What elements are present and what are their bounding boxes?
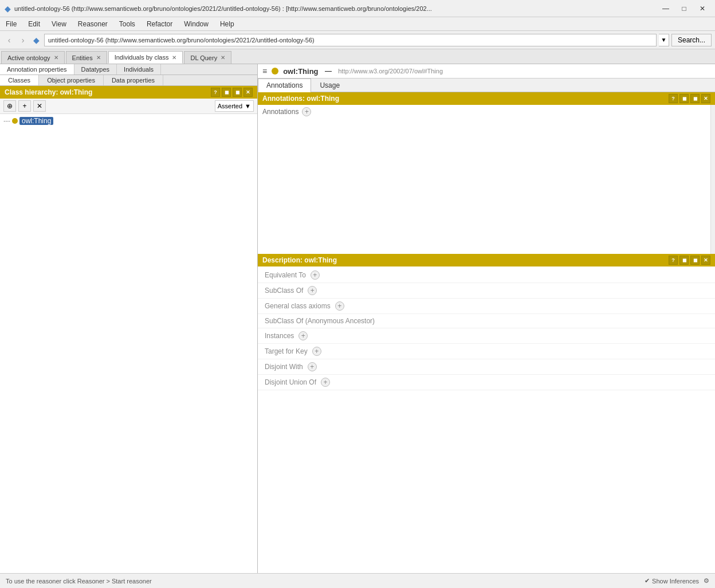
menu-edit[interactable]: Edit bbox=[22, 17, 46, 30]
annotations-body: Annotations + bbox=[258, 105, 715, 254]
tab-active-ontology[interactable]: Active ontology ✕ bbox=[1, 51, 65, 64]
scrollbar[interactable] bbox=[710, 105, 715, 254]
tab-entities[interactable]: Entities ✕ bbox=[66, 51, 107, 64]
desc-row-subclass-of: SubClass Of + bbox=[258, 283, 715, 299]
add-subclass-button[interactable]: ⊕ bbox=[3, 100, 16, 112]
delete-class-icon: ✕ bbox=[37, 102, 42, 110]
search-button[interactable]: Search... bbox=[671, 34, 712, 46]
description-section-header: Description: owl:Thing ? ◼ ◼ ✕ bbox=[258, 254, 715, 266]
add-sibling-button[interactable]: + bbox=[18, 100, 31, 112]
show-inferences: ✔ Show Inferences bbox=[645, 577, 699, 585]
tab-individuals-close[interactable]: ✕ bbox=[172, 54, 176, 61]
general-class-add-button[interactable]: + bbox=[335, 301, 344, 311]
menu-file[interactable]: File bbox=[0, 17, 22, 30]
hamburger-icon[interactable]: ≡ bbox=[262, 66, 267, 76]
anno-expand-btn[interactable]: ◼ bbox=[679, 94, 689, 103]
forward-button[interactable]: › bbox=[17, 34, 29, 46]
right-tabbar: Annotations Usage bbox=[258, 79, 715, 92]
disjoint-with-add-button[interactable]: + bbox=[308, 362, 317, 371]
desc-row-subclass-anon: SubClass Of (Anonymous Ancestor) bbox=[258, 314, 715, 328]
close-icon-btn[interactable]: ✕ bbox=[243, 88, 253, 97]
delete-class-button[interactable]: ✕ bbox=[33, 100, 46, 112]
disjoint-union-label: Disjoint Union Of bbox=[265, 378, 316, 386]
sub-tab-classes[interactable]: Classes bbox=[0, 75, 39, 85]
subclass-of-label: SubClass Of bbox=[265, 287, 303, 295]
annotations-add-button[interactable]: + bbox=[302, 107, 311, 116]
annotations-header-icons: ? ◼ ◼ ✕ bbox=[669, 94, 710, 103]
subclass-anon-label: SubClass Of (Anonymous Ancestor) bbox=[265, 317, 375, 325]
sub-tab-object-properties[interactable]: Object properties bbox=[39, 75, 104, 85]
desc-close-btn[interactable]: ✕ bbox=[701, 256, 710, 265]
menu-refactor[interactable]: Refactor bbox=[141, 17, 178, 30]
target-for-key-add-button[interactable]: + bbox=[312, 347, 321, 356]
desc-row-equivalent-to: Equivalent To + bbox=[258, 268, 715, 283]
desc-help-btn[interactable]: ? bbox=[669, 256, 678, 265]
desc-row-target-for-key: Target for Key + bbox=[258, 344, 715, 359]
tree-node-label[interactable]: owl:Thing bbox=[19, 117, 53, 125]
tab-dl-query-close[interactable]: ✕ bbox=[221, 54, 225, 61]
tree-root-node[interactable]: --- owl:Thing bbox=[2, 116, 255, 126]
window-controls: — □ ✕ bbox=[658, 3, 710, 14]
anno-collapse-btn[interactable]: ◼ bbox=[690, 94, 700, 103]
collapse-icon-btn[interactable]: ◼ bbox=[233, 88, 242, 97]
expand-icon-btn[interactable]: ◼ bbox=[222, 88, 231, 97]
maximize-button[interactable]: □ bbox=[676, 3, 692, 14]
equivalent-to-add-button[interactable]: + bbox=[311, 271, 320, 280]
instances-label: Instances bbox=[265, 332, 294, 340]
description-header-icons: ? ◼ ◼ ✕ bbox=[669, 256, 710, 265]
tab-individuals-by-class[interactable]: Individuals by class ✕ bbox=[108, 51, 183, 64]
menu-tools[interactable]: Tools bbox=[113, 17, 141, 30]
close-button[interactable]: ✕ bbox=[694, 3, 710, 14]
show-inferences-label: Show Inferences bbox=[652, 578, 699, 585]
desc-row-general-class: General class axioms + bbox=[258, 299, 715, 314]
tab-entities-label: Entities bbox=[72, 54, 93, 61]
subclass-of-add-button[interactable]: + bbox=[308, 286, 317, 295]
desc-row-disjoint-with: Disjoint With + bbox=[258, 359, 715, 375]
menu-reasoner[interactable]: Reasoner bbox=[72, 17, 113, 30]
minimize-button[interactable]: — bbox=[658, 3, 674, 14]
sub-tab-data-properties[interactable]: Data properties bbox=[104, 75, 163, 85]
right-content: Annotations: owl:Thing ? ◼ ◼ ✕ Annotatio… bbox=[258, 92, 715, 573]
desc-collapse-btn[interactable]: ◼ bbox=[690, 256, 700, 265]
menu-help[interactable]: Help bbox=[214, 17, 240, 30]
disjoint-union-add-button[interactable]: + bbox=[321, 378, 330, 387]
right-tab-annotations[interactable]: Annotations bbox=[258, 79, 311, 92]
tab-dl-query[interactable]: DL Query ✕ bbox=[184, 51, 231, 64]
add-subclass-icon: ⊕ bbox=[7, 102, 13, 110]
address-input[interactable] bbox=[44, 34, 657, 46]
desc-expand-btn[interactable]: ◼ bbox=[679, 256, 689, 265]
tab-active-ontology-label: Active ontology bbox=[7, 54, 50, 61]
tree-area[interactable]: --- owl:Thing bbox=[0, 114, 257, 573]
panel-tabbar: Annotation properties Datatypes Individu… bbox=[0, 64, 257, 75]
show-inferences-checkbox[interactable]: ✔ bbox=[645, 577, 650, 585]
window-title: untitled-ontology-56 (http://www.semanti… bbox=[14, 5, 658, 12]
entity-dot bbox=[272, 68, 278, 75]
panel-tab-annotation[interactable]: Annotation properties bbox=[0, 64, 74, 75]
sub-tabbar: Classes Object properties Data propertie… bbox=[0, 75, 257, 86]
settings-icon[interactable]: ⚙ bbox=[704, 577, 709, 585]
menu-view[interactable]: View bbox=[46, 17, 72, 30]
right-tab-usage[interactable]: Usage bbox=[311, 79, 348, 92]
statusbar: To use the reasoner click Reasoner > Sta… bbox=[0, 573, 715, 588]
panel-tab-individuals[interactable]: Individuals bbox=[117, 64, 161, 75]
instances-add-button[interactable]: + bbox=[298, 331, 308, 340]
tab-entities-close[interactable]: ✕ bbox=[96, 54, 101, 61]
addressbar: ‹ › ◆ ▼ Search... bbox=[0, 31, 715, 49]
asserted-dropdown[interactable]: Asserted ▼ bbox=[215, 100, 254, 112]
anno-help-btn[interactable]: ? bbox=[669, 94, 678, 103]
address-dropdown[interactable]: ▼ bbox=[659, 34, 669, 46]
tree-toolbar: ⊕ + ✕ Asserted ▼ bbox=[0, 99, 257, 114]
panel-tab-datatypes[interactable]: Datatypes bbox=[74, 64, 117, 75]
anno-close-btn[interactable]: ✕ bbox=[701, 94, 710, 103]
add-sibling-icon: + bbox=[22, 102, 26, 110]
help-icon-btn[interactable]: ? bbox=[211, 88, 220, 97]
description-body: Equivalent To + SubClass Of + General cl… bbox=[258, 266, 715, 573]
menu-window[interactable]: Window bbox=[178, 17, 214, 30]
address-icon: ◆ bbox=[33, 36, 40, 45]
class-hierarchy-header-icons: ? ◼ ◼ ✕ bbox=[211, 88, 253, 97]
back-button[interactable]: ‹ bbox=[3, 34, 15, 46]
tab-active-ontology-close[interactable]: ✕ bbox=[54, 54, 58, 61]
annotations-row: Annotations + bbox=[258, 105, 715, 119]
main-container: Annotation properties Datatypes Individu… bbox=[0, 64, 715, 573]
tab-individuals-label: Individuals by class bbox=[115, 54, 169, 61]
